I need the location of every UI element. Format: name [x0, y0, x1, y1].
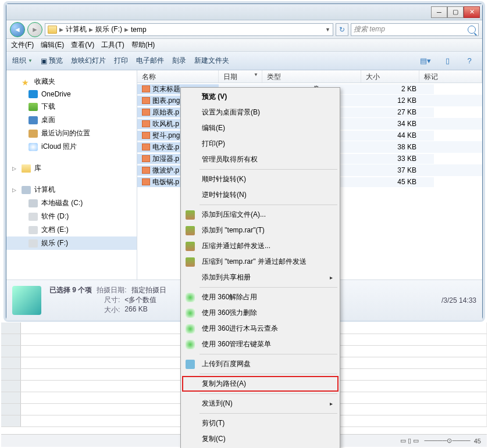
maximize-button[interactable]: ▢ [447, 6, 464, 18]
search-input[interactable]: 搜索 temp [351, 23, 479, 36]
cm-360-force-del[interactable]: 使用 360强力删除 [182, 305, 339, 321]
toolbar-burn[interactable]: 刻录 [172, 56, 186, 66]
titlebar[interactable]: ─ ▢ ✕ [6, 4, 482, 20]
cm-360-unlock[interactable]: 使用 360解除占用 [182, 289, 339, 305]
360-icon [186, 324, 195, 334]
chevron-right-icon: ▶ [124, 27, 129, 33]
baidu-icon [186, 360, 195, 369]
winrar-icon [186, 210, 195, 220]
cm-admin-own[interactable]: 管理员取得所有权 [182, 152, 339, 167]
sidebar-computer[interactable]: ▷计算机 [6, 183, 137, 196]
search-icon[interactable] [468, 26, 476, 34]
close-button[interactable]: ✕ [464, 6, 480, 18]
cm-360-menu[interactable]: 使用 360管理右键菜单 [182, 336, 339, 352]
selection-count: 已选择 9 个项 [49, 285, 92, 295]
toolbar-email[interactable]: 电子邮件 [136, 56, 164, 66]
toolbar-preview[interactable]: ▣ 预览 [41, 56, 63, 66]
column-size[interactable]: 大小 [361, 70, 419, 83]
address-dropdown-icon[interactable]: ▼ [325, 27, 330, 33]
toolbar-print[interactable]: 打印 [114, 56, 128, 66]
chevron-right-icon: ▶ [59, 27, 63, 33]
360-icon [186, 340, 195, 349]
view-mode-button[interactable]: ▤▾ [418, 55, 432, 67]
cm-add-temp-rar[interactable]: 添加到 "temp.rar"(T) [182, 223, 339, 238]
360-icon [186, 309, 195, 318]
cm-print[interactable]: 打印(P) [182, 136, 339, 152]
address-bar[interactable]: ▶ 计算机 ▶ 娱乐 (F:) ▶ temp ▼ [45, 23, 333, 36]
menu-edit[interactable]: 编辑(E) [41, 40, 64, 50]
cm-add-archive[interactable]: 添加到压缩文件(A)... [182, 207, 339, 223]
toolbar-slideshow[interactable]: 放映幻灯片 [71, 56, 106, 66]
cm-upload-baidu[interactable]: 上传到百度网盘 [182, 356, 339, 372]
sidebar-item-onedrive[interactable]: OneDrive [6, 88, 137, 100]
image-file-icon [142, 132, 150, 139]
cm-rotate-ccw[interactable]: 逆时针旋转(N) [182, 187, 339, 203]
sidebar-item-disk-f[interactable]: 娱乐 (F:) [6, 236, 137, 250]
360-icon [186, 293, 195, 302]
breadcrumb-part[interactable]: 计算机 [66, 24, 87, 34]
cm-copy[interactable]: 复制(C) [182, 431, 339, 447]
cm-share-album[interactable]: 添加到共享相册 [182, 270, 339, 285]
menubar: 文件(F) 编辑(E) 查看(V) 工具(T) 帮助(H) [6, 39, 482, 52]
toolbar: 组织▼ ▣ 预览 放映幻灯片 打印 电子邮件 刻录 新建文件夹 ▤▾ ▯ ? [6, 52, 482, 70]
image-file-icon [142, 178, 150, 185]
winrar-icon [186, 257, 195, 267]
cm-set-bg[interactable]: 设置为桌面背景(B) [182, 105, 339, 120]
context-menu: 预览 (V) 设置为桌面背景(B) 编辑(E) 打印(P) 管理员取得所有权 顺… [180, 87, 340, 448]
cm-360-trojan[interactable]: 使用 360进行木马云查杀 [182, 321, 339, 336]
image-file-icon [142, 97, 150, 104]
breadcrumb-part[interactable]: 娱乐 (F:) [95, 24, 122, 34]
sidebar-item-recent[interactable]: 最近访问的位置 [6, 127, 137, 140]
image-file-icon [142, 144, 150, 150]
menu-tools[interactable]: 工具(T) [101, 40, 124, 50]
folder-icon [48, 26, 57, 34]
menu-view[interactable]: 查看(V) [71, 40, 94, 50]
sidebar-libraries[interactable]: ▷库 [6, 162, 137, 175]
image-file-icon [142, 120, 150, 127]
back-button[interactable]: ◄ [10, 22, 25, 37]
cm-copy-as-path[interactable]: 复制为路径(A) [182, 376, 339, 392]
toolbar-newfolder[interactable]: 新建文件夹 [194, 56, 229, 66]
column-tag[interactable]: 标记 [419, 70, 482, 83]
search-placeholder: 搜索 temp [354, 24, 385, 34]
preview-pane-button[interactable]: ▯ [440, 55, 454, 67]
cm-send-to[interactable]: 发送到(N) [182, 396, 339, 411]
navigation-sidebar: ★收藏夹 OneDrive 下载 桌面 最近访问的位置 iCloud 照片 ▷库… [6, 70, 137, 279]
sidebar-item-disk-e[interactable]: 文档 (E:) [6, 223, 137, 236]
image-file-icon [142, 167, 150, 174]
sidebar-item-icloud[interactable]: iCloud 照片 [6, 140, 137, 153]
minimize-button[interactable]: ─ [431, 6, 447, 18]
sidebar-item-disk-d[interactable]: 软件 (D:) [6, 210, 137, 223]
help-button[interactable]: ? [462, 55, 476, 67]
winrar-icon [186, 226, 195, 235]
column-date[interactable]: 日期 [219, 70, 262, 83]
status-right-text: 45 [474, 438, 481, 445]
details-date-extra: /3/25 14:33 [441, 296, 476, 304]
sidebar-item-desktop[interactable]: 桌面 [6, 113, 137, 127]
column-name[interactable]: 名称 [137, 70, 219, 83]
forward-button[interactable]: ► [27, 22, 42, 37]
sidebar-item-downloads[interactable]: 下载 [6, 100, 137, 113]
image-file-icon [142, 155, 150, 162]
refresh-button[interactable]: ↻ [336, 23, 348, 36]
cm-cut[interactable]: 剪切(T) [182, 415, 339, 431]
winrar-icon [186, 242, 195, 251]
cm-compress-temp-email[interactable]: 压缩到 "temp.rar" 并通过邮件发送 [182, 254, 339, 270]
selection-thumbnail [12, 286, 41, 315]
menu-help[interactable]: 帮助(H) [131, 40, 155, 50]
menu-file[interactable]: 文件(F) [11, 40, 34, 50]
toolbar-organize[interactable]: 组织▼ [12, 56, 33, 66]
column-type[interactable]: 类型 [262, 70, 361, 83]
sidebar-favorites[interactable]: ★收藏夹 [6, 75, 137, 88]
image-file-icon [142, 109, 150, 116]
cm-edit[interactable]: 编辑(E) [182, 120, 339, 136]
chevron-right-icon: ▶ [89, 27, 93, 33]
cm-preview[interactable]: 预览 (V) [182, 89, 339, 105]
image-file-icon [142, 85, 150, 92]
sidebar-item-disk-c[interactable]: 本地磁盘 (C:) [6, 196, 137, 210]
cm-compress-email[interactable]: 压缩并通过邮件发送... [182, 238, 339, 254]
breadcrumb-part[interactable]: temp [131, 26, 147, 34]
column-headers: 名称 日期 类型 大小 标记 [137, 70, 482, 83]
cm-rotate-cw[interactable]: 顺时针旋转(K) [182, 171, 339, 187]
navigation-bar: ◄ ► ▶ 计算机 ▶ 娱乐 (F:) ▶ temp ▼ ↻ 搜索 temp [6, 20, 482, 39]
